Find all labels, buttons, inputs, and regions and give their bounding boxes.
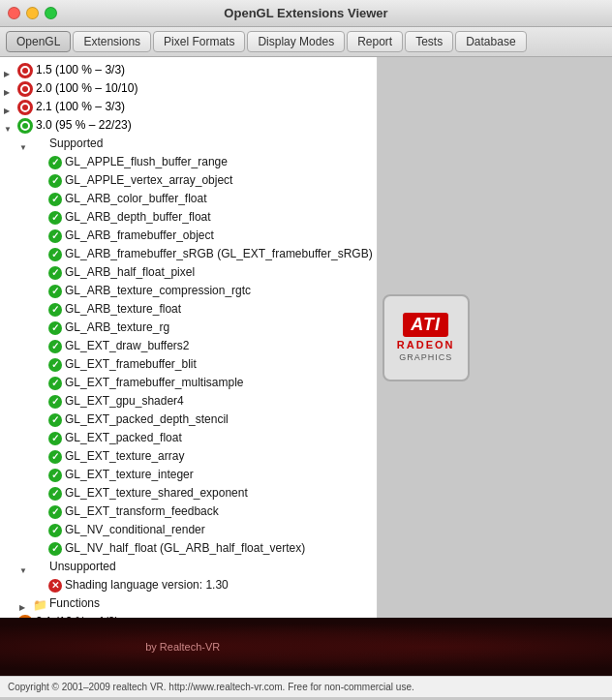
- check-icon: [48, 377, 62, 390]
- tree-item: GL_EXT_transform_feedback: [0, 502, 377, 521]
- check-icon: [48, 303, 62, 317]
- tree-item: GL_EXT_packed_float: [0, 429, 377, 447]
- triangle-open: [19, 138, 31, 150]
- tree-item-label: 3.0 (95 % – 22/23): [36, 117, 132, 134]
- toolbar: OpenGL Extensions Pixel Formats Display …: [0, 27, 612, 57]
- tab-report[interactable]: Report: [347, 31, 403, 52]
- tree-item-label: GL_NV_conditional_render: [65, 522, 205, 538]
- tree-item-label: GL_EXT_transform_feedback: [65, 503, 219, 520]
- check-icon: [48, 450, 62, 464]
- tree-item-label: Functions: [49, 595, 100, 612]
- tree-item-label: GL_EXT_framebuffer_blit: [65, 356, 197, 373]
- tree-item: GL_ARB_half_float_pixel: [0, 263, 377, 282]
- tab-extensions[interactable]: Extensions: [73, 31, 151, 52]
- triangle-closed: [19, 598, 31, 610]
- check-icon: [48, 505, 62, 519]
- tree-scroll-container: 1.5 (100 % – 3/3)2.0 (100 % – 10/10)2.1 …: [0, 57, 378, 618]
- tree-item: GL_ARB_color_buffer_float: [0, 190, 377, 208]
- maximize-button[interactable]: [45, 7, 57, 19]
- tree-item: GL_EXT_draw_buffers2: [0, 337, 377, 355]
- tab-pixel-formats[interactable]: Pixel Formats: [153, 31, 245, 52]
- tree-item: GL_EXT_framebuffer_multisample: [0, 374, 377, 392]
- tree-item: GL_APPLE_flush_buffer_range: [0, 153, 377, 171]
- check-icon: [48, 413, 62, 427]
- tree-item-label: 2.0 (100 % – 10/10): [36, 80, 138, 97]
- check-icon: [48, 340, 62, 353]
- check-icon: [48, 193, 62, 206]
- by-realtech-label: by Realtech-VR: [145, 641, 220, 653]
- check-icon: [48, 524, 62, 537]
- triangle-closed: [4, 102, 15, 113]
- tree-item[interactable]: 3.0 (95 % – 22/23): [0, 116, 377, 135]
- bottom-banner: GLview3.0 by Realtech-VR: [0, 618, 612, 676]
- tab-display-modes[interactable]: Display Modes: [247, 31, 345, 52]
- tree-item-label: GL_ARB_texture_compression_rgtc: [65, 283, 251, 299]
- target-red-icon: [17, 63, 33, 78]
- folder-icon: 📁: [33, 597, 46, 611]
- tree-item: GL_ARB_texture_compression_rgtc: [0, 282, 377, 300]
- tree-item-label: GL_EXT_texture_array: [65, 448, 184, 465]
- check-icon: [48, 229, 62, 243]
- ati-logo-panel: ATI RADEON GRAPHICS: [378, 57, 474, 618]
- tree-item: GL_EXT_texture_shared_exponent: [0, 484, 377, 502]
- tree-item-label: GL_ARB_texture_rg: [65, 320, 169, 336]
- target-green-icon: [17, 118, 33, 134]
- tree-item-label: GL_EXT_draw_buffers2: [65, 338, 190, 354]
- copyright-text: Copyright © 2001–2009 realtech VR. http:…: [8, 682, 414, 692]
- tree-item: GL_ARB_texture_float: [0, 300, 377, 319]
- tree-item-label: GL_ARB_color_buffer_float: [65, 191, 207, 207]
- tree-item[interactable]: 2.0 (100 % – 10/10): [0, 79, 377, 98]
- check-icon: [48, 432, 62, 445]
- tab-tests[interactable]: Tests: [405, 31, 453, 52]
- ati-badge: ATI RADEON GRAPHICS: [382, 294, 470, 381]
- window-title: OpenGL Extensions Viewer: [224, 6, 387, 20]
- check-icon: [48, 469, 62, 482]
- tree-item-label: GL_EXT_framebuffer_multisample: [65, 375, 244, 391]
- check-icon: [48, 266, 62, 280]
- tree-item[interactable]: Unsupported: [0, 558, 377, 576]
- minimize-button[interactable]: [26, 7, 39, 19]
- tree-item[interactable]: Supported: [0, 135, 377, 153]
- tree-item: GL_ARB_framebuffer_sRGB (GL_EXT_framebuf…: [0, 245, 377, 263]
- graphics-label: GRAPHICS: [399, 352, 452, 362]
- traffic-lights: [8, 7, 57, 19]
- tree-item-label: GL_ARB_texture_float: [65, 301, 181, 318]
- tree-item: GL_EXT_gpu_shader4: [0, 392, 377, 411]
- check-icon: [48, 248, 62, 261]
- target-red-icon: [17, 100, 33, 115]
- check-icon: [48, 487, 62, 501]
- tree-item: GL_NV_conditional_render: [0, 521, 377, 539]
- triangle-closed: [4, 65, 15, 76]
- radeon-label: RADEON: [397, 339, 455, 350]
- triangle-open: [4, 120, 15, 132]
- tab-database[interactable]: Database: [455, 31, 526, 52]
- tree-item-label: GL_ARB_half_float_pixel: [65, 264, 195, 281]
- tree-item: GL_ARB_framebuffer_object: [0, 227, 377, 245]
- tree-item[interactable]: 📁Functions: [0, 594, 377, 613]
- tree-item: GL_ARB_depth_buffer_float: [0, 208, 377, 227]
- main-content: 1.5 (100 % – 3/3)2.0 (100 % – 10/10)2.1 …: [0, 57, 612, 618]
- tree-item-label: 1.5 (100 % – 3/3): [36, 62, 125, 78]
- tree-panel[interactable]: 1.5 (100 % – 3/3)2.0 (100 % – 10/10)2.1 …: [0, 57, 378, 618]
- tree-item-label: GL_APPLE_vertex_array_object: [65, 172, 232, 189]
- tree-item[interactable]: 1.5 (100 % – 3/3): [0, 61, 377, 79]
- tree-item-label: GL_EXT_gpu_shader4: [65, 393, 184, 410]
- tree-item-label: GL_EXT_texture_integer: [65, 467, 194, 483]
- tree-item: GL_EXT_packed_depth_stencil: [0, 411, 377, 429]
- banner-background: [0, 618, 612, 676]
- tree-item[interactable]: 2.1 (100 % – 3/3): [0, 98, 377, 116]
- check-icon: [48, 174, 62, 188]
- tree-item-label: Unsupported: [49, 559, 116, 575]
- check-icon: [48, 358, 62, 372]
- check-icon: [48, 542, 62, 556]
- ati-label: ATI: [403, 313, 448, 337]
- tree-item: GL_EXT_texture_integer: [0, 466, 377, 484]
- tab-opengl[interactable]: OpenGL: [6, 31, 71, 52]
- tree-item-label: Shading language version: 1.30: [65, 577, 229, 593]
- tree-item: Shading language version: 1.30: [0, 576, 377, 594]
- close-button[interactable]: [8, 7, 20, 19]
- tree-item: GL_ARB_texture_rg: [0, 319, 377, 337]
- check-icon: [48, 211, 62, 225]
- error-icon: [48, 579, 62, 593]
- tree-item-label: GL_ARB_framebuffer_sRGB (GL_EXT_framebuf…: [65, 246, 373, 262]
